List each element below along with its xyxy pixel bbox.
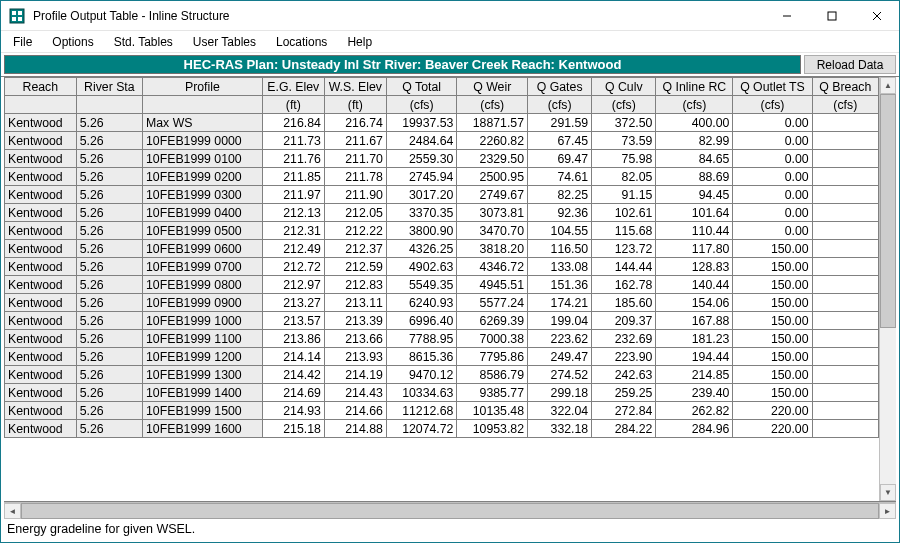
cell-qinl[interactable]: 284.96 [656,420,733,438]
table-row[interactable]: Kentwood5.2610FEB1999 0000211.73211.6724… [5,132,879,150]
cell-qbr[interactable] [812,150,878,168]
cell-qculv[interactable]: 185.60 [592,294,656,312]
cell-qinl[interactable]: 167.88 [656,312,733,330]
cell-qinl[interactable]: 262.82 [656,402,733,420]
table-row[interactable]: Kentwood5.2610FEB1999 0800212.97212.8355… [5,276,879,294]
cell-qgates[interactable]: 116.50 [528,240,592,258]
cell-sta[interactable]: 5.26 [76,114,142,132]
col-header-eg[interactable]: E.G. Elev [262,78,324,96]
cell-ws[interactable]: 212.59 [324,258,386,276]
cell-reach[interactable]: Kentwood [5,186,77,204]
cell-qinl[interactable]: 140.44 [656,276,733,294]
col-header-qout[interactable]: Q Outlet TS [733,78,812,96]
cell-qweir[interactable]: 4346.72 [457,258,528,276]
cell-qout[interactable]: 150.00 [733,366,812,384]
minimize-button[interactable] [764,1,809,30]
cell-eg[interactable]: 214.14 [262,348,324,366]
cell-qweir[interactable]: 3073.81 [457,204,528,222]
cell-qgates[interactable]: 299.18 [528,384,592,402]
cell-qout[interactable]: 0.00 [733,114,812,132]
cell-ws[interactable]: 216.74 [324,114,386,132]
table-row[interactable]: Kentwood5.2610FEB1999 0500212.31212.2238… [5,222,879,240]
scroll-down-button[interactable]: ▼ [880,484,896,501]
cell-sta[interactable]: 5.26 [76,150,142,168]
cell-qout[interactable]: 150.00 [733,276,812,294]
col-header-profile[interactable]: Profile [142,78,262,96]
cell-qweir[interactable]: 10135.48 [457,402,528,420]
cell-sta[interactable]: 5.26 [76,204,142,222]
cell-qculv[interactable]: 123.72 [592,240,656,258]
cell-reach[interactable]: Kentwood [5,204,77,222]
cell-sta[interactable]: 5.26 [76,168,142,186]
cell-qgates[interactable]: 82.25 [528,186,592,204]
table-row[interactable]: Kentwood5.2610FEB1999 1500214.93214.6611… [5,402,879,420]
cell-qbr[interactable] [812,366,878,384]
cell-profile[interactable]: 10FEB1999 0200 [142,168,262,186]
cell-sta[interactable]: 5.26 [76,186,142,204]
cell-qculv[interactable]: 272.84 [592,402,656,420]
cell-profile[interactable]: 10FEB1999 0900 [142,294,262,312]
cell-ws[interactable]: 212.22 [324,222,386,240]
cell-profile[interactable]: 10FEB1999 0700 [142,258,262,276]
cell-qout[interactable]: 0.00 [733,132,812,150]
table-row[interactable]: Kentwood5.2610FEB1999 1300214.42214.1994… [5,366,879,384]
menu-file[interactable]: File [5,33,40,51]
table-row[interactable]: Kentwood5.2610FEB1999 0400212.13212.0533… [5,204,879,222]
table-row[interactable]: Kentwood5.2610FEB1999 0700212.72212.5949… [5,258,879,276]
cell-profile[interactable]: 10FEB1999 1600 [142,420,262,438]
cell-qbr[interactable] [812,330,878,348]
cell-qgates[interactable]: 133.08 [528,258,592,276]
cell-qtot[interactable]: 10334.63 [386,384,457,402]
cell-reach[interactable]: Kentwood [5,114,77,132]
cell-qout[interactable]: 220.00 [733,402,812,420]
col-header-qweir[interactable]: Q Weir [457,78,528,96]
cell-ws[interactable]: 212.83 [324,276,386,294]
cell-reach[interactable]: Kentwood [5,222,77,240]
cell-qweir[interactable]: 2329.50 [457,150,528,168]
cell-qculv[interactable]: 102.61 [592,204,656,222]
cell-qtot[interactable]: 2484.64 [386,132,457,150]
cell-eg[interactable]: 213.27 [262,294,324,312]
cell-sta[interactable]: 5.26 [76,312,142,330]
cell-qbr[interactable] [812,312,878,330]
scroll-left-button[interactable]: ◄ [4,503,21,519]
table-row[interactable]: Kentwood5.2610FEB1999 0900213.27213.1162… [5,294,879,312]
cell-qbr[interactable] [812,222,878,240]
cell-profile[interactable]: 10FEB1999 0500 [142,222,262,240]
cell-qculv[interactable]: 242.63 [592,366,656,384]
cell-qtot[interactable]: 2559.30 [386,150,457,168]
cell-sta[interactable]: 5.26 [76,222,142,240]
cell-qculv[interactable]: 82.05 [592,168,656,186]
table-row[interactable]: Kentwood5.2610FEB1999 1100213.86213.6677… [5,330,879,348]
cell-qout[interactable]: 0.00 [733,186,812,204]
cell-qinl[interactable]: 181.23 [656,330,733,348]
cell-profile[interactable]: 10FEB1999 0400 [142,204,262,222]
cell-sta[interactable]: 5.26 [76,402,142,420]
cell-ws[interactable]: 212.37 [324,240,386,258]
cell-ws[interactable]: 212.05 [324,204,386,222]
data-grid[interactable]: Reach River Sta Profile E.G. Elev W.S. E… [4,77,879,501]
cell-qculv[interactable]: 223.90 [592,348,656,366]
cell-qtot[interactable]: 7788.95 [386,330,457,348]
cell-ws[interactable]: 211.67 [324,132,386,150]
cell-qweir[interactable]: 7795.86 [457,348,528,366]
cell-qculv[interactable]: 162.78 [592,276,656,294]
table-row[interactable]: Kentwood5.2610FEB1999 1400214.69214.4310… [5,384,879,402]
cell-qgates[interactable]: 69.47 [528,150,592,168]
cell-qtot[interactable]: 19937.53 [386,114,457,132]
cell-qbr[interactable] [812,348,878,366]
cell-profile[interactable]: 10FEB1999 0300 [142,186,262,204]
cell-reach[interactable]: Kentwood [5,168,77,186]
cell-sta[interactable]: 5.26 [76,294,142,312]
cell-qweir[interactable]: 9385.77 [457,384,528,402]
cell-eg[interactable]: 214.93 [262,402,324,420]
cell-qout[interactable]: 150.00 [733,258,812,276]
cell-profile[interactable]: 10FEB1999 1000 [142,312,262,330]
cell-qgates[interactable]: 74.61 [528,168,592,186]
col-header-qtot[interactable]: Q Total [386,78,457,96]
cell-qout[interactable]: 0.00 [733,222,812,240]
cell-qinl[interactable]: 110.44 [656,222,733,240]
menu-std-tables[interactable]: Std. Tables [106,33,181,51]
cell-qweir[interactable]: 10953.82 [457,420,528,438]
cell-profile[interactable]: 10FEB1999 0100 [142,150,262,168]
